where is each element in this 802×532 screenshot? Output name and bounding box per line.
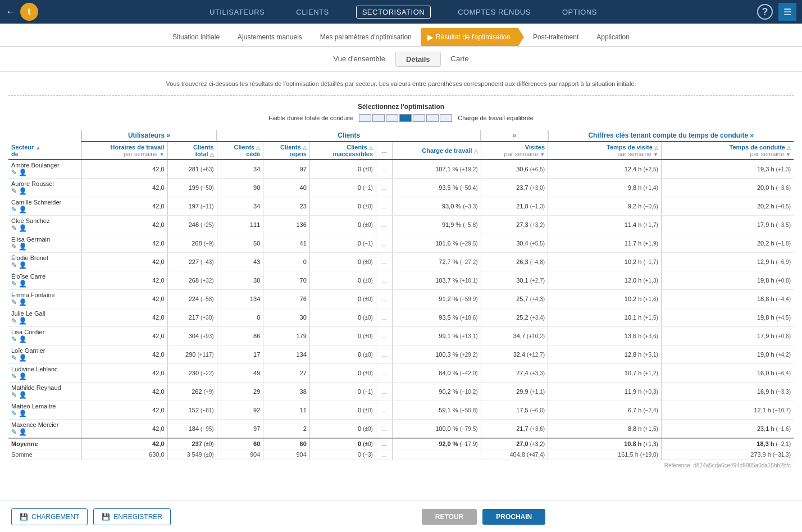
th-tv[interactable]: Temps de visite △par semaine ▼ <box>548 142 662 160</box>
th-clients-cede[interactable]: Clients △cédé <box>217 142 263 160</box>
th-charge[interactable]: Charge de travail △ <box>392 142 481 160</box>
edit-icon[interactable]: ✎ <box>11 243 17 251</box>
row-name: Matteo Lemaitre ✎ 👤 <box>8 401 81 420</box>
th-clients-inacc[interactable]: Clients △inaccessibles <box>309 142 376 160</box>
nav-clients[interactable]: CLIENTS <box>291 6 333 19</box>
edit-icon[interactable]: ✎ <box>11 335 17 343</box>
th-clients-total[interactable]: Clientstotal △ <box>167 142 217 160</box>
cell-dots[interactable]: ... <box>376 271 392 290</box>
th-clients-repris[interactable]: Clients △repris <box>263 142 310 160</box>
nav-utilisateurs[interactable]: UTILISATEURS <box>205 6 269 19</box>
th-tc[interactable]: Temps de conduite △par semaine ▼ <box>661 142 794 160</box>
cell-visites: 30,4 (+5,5) <box>481 234 548 253</box>
cell-dots[interactable]: ... <box>376 345 392 364</box>
avg-tv: 10,8 h (+1,3) <box>548 438 662 449</box>
tab-resultat[interactable]: ▶ Résultat de l'optimisation <box>421 28 524 46</box>
cell-charge: 91,9 % (−5,8) <box>392 216 481 234</box>
map-icon[interactable]: 👤 <box>19 428 27 436</box>
back-button[interactable]: ← <box>6 6 16 18</box>
col-group-expand[interactable]: » <box>481 130 548 142</box>
subtab-details[interactable]: Détails <box>395 52 441 67</box>
cell-dots[interactable]: ... <box>376 308 392 327</box>
map-icon[interactable]: 👤 <box>19 410 27 417</box>
tab-application[interactable]: Application <box>587 29 639 46</box>
edit-icon[interactable]: ✎ <box>11 354 17 362</box>
cell-tv: 10,2 h (+1,6) <box>548 290 662 308</box>
cell-dots[interactable]: ... <box>376 234 392 253</box>
map-icon[interactable]: 👤 <box>19 372 27 380</box>
cell-inacc: 0 (±0) <box>309 308 376 327</box>
map-icon[interactable]: 👤 <box>19 243 27 251</box>
cell-tv: 12,0 h (+1,3) <box>548 271 662 290</box>
map-icon[interactable]: 👤 <box>19 187 27 195</box>
map-icon[interactable]: 👤 <box>19 298 27 306</box>
cell-dots[interactable]: ... <box>376 197 392 216</box>
table-row: Éloïse Carre ✎ 👤 42,0 268 (+32) 38 70 0 … <box>8 271 794 290</box>
subtab-vue-ensemble[interactable]: Vue d'ensemble <box>323 52 395 67</box>
cell-charge: 93,5 % (+18,6) <box>392 308 481 327</box>
help-button[interactable]: ? <box>757 4 773 20</box>
cell-tv: 12,4 h (+2,5) <box>548 160 662 179</box>
cell-charge: 107,1 % (+19,2) <box>392 160 481 179</box>
sum-charge <box>392 449 481 460</box>
map-icon[interactable]: 👤 <box>19 224 27 232</box>
subtab-carte[interactable]: Carte <box>441 52 479 67</box>
slider-cell-5[interactable] <box>413 114 425 122</box>
slider-cell-1[interactable] <box>359 114 371 122</box>
map-icon[interactable]: 👤 <box>19 261 27 269</box>
menu-button[interactable]: ☰ <box>778 3 796 21</box>
map-icon[interactable]: 👤 <box>19 206 27 213</box>
edit-icon[interactable]: ✎ <box>11 187 17 195</box>
edit-icon[interactable]: ✎ <box>11 169 17 176</box>
slider-cell-7[interactable] <box>440 114 452 122</box>
th-horaires[interactable]: Horaires de travailpar semaine ▼ <box>81 142 167 160</box>
edit-icon[interactable]: ✎ <box>11 372 17 380</box>
nav-comptes-rendus[interactable]: COMPTES RENDUS <box>453 6 535 19</box>
cell-dots[interactable]: ... <box>376 216 392 234</box>
tab-ajustements[interactable]: Ajustements manuels <box>229 29 311 46</box>
cell-dots[interactable]: ... <box>376 364 392 383</box>
slider-track[interactable] <box>359 114 452 122</box>
cell-dots[interactable]: ... <box>376 420 392 439</box>
tab-parametres[interactable]: Mes paramètres d'optimisation <box>311 29 421 46</box>
edit-icon[interactable]: ✎ <box>11 428 17 436</box>
cell-inacc: 0 (±0) <box>309 271 376 290</box>
cell-dots[interactable]: ... <box>376 383 392 401</box>
slider-cell-4[interactable] <box>399 114 412 122</box>
col-group-utilisateurs[interactable]: Utilisateurs » <box>81 130 217 142</box>
cell-visites: 25,7 (+4,3) <box>481 290 548 308</box>
nav-options[interactable]: OPTIONS <box>558 6 602 19</box>
map-icon[interactable]: 👤 <box>19 335 27 343</box>
edit-icon[interactable]: ✎ <box>11 280 17 288</box>
edit-icon[interactable]: ✎ <box>11 206 17 213</box>
step-tabs: Situation initiale Ajustements manuels M… <box>0 24 802 47</box>
cell-dots[interactable]: ... <box>376 401 392 420</box>
tab-post-traitement[interactable]: Post-traitement <box>524 29 587 46</box>
slider-cell-3[interactable] <box>386 114 398 122</box>
map-icon[interactable]: 👤 <box>19 391 27 399</box>
cell-dots[interactable]: ... <box>376 160 392 179</box>
cell-dots[interactable]: ... <box>376 179 392 197</box>
tab-situation-initiale[interactable]: Situation initiale <box>163 29 229 46</box>
cell-tc: 20,2 h (−1,8) <box>661 234 794 253</box>
edit-icon[interactable]: ✎ <box>11 391 17 399</box>
map-icon[interactable]: 👤 <box>19 169 27 176</box>
map-icon[interactable]: 👤 <box>19 280 27 288</box>
cell-repris: 30 <box>263 308 310 327</box>
slider-cell-2[interactable] <box>372 114 385 122</box>
edit-icon[interactable]: ✎ <box>11 224 17 232</box>
edit-icon[interactable]: ✎ <box>11 317 17 325</box>
slider-cell-6[interactable] <box>426 114 439 122</box>
edit-icon[interactable]: ✎ <box>11 410 17 417</box>
th-visites[interactable]: Visitespar semaine ▼ <box>481 142 548 160</box>
cell-dots[interactable]: ... <box>376 253 392 271</box>
col-group-chiffres[interactable]: Chiffres clés tenant compte du temps de … <box>548 130 794 142</box>
cell-dots[interactable]: ... <box>376 290 392 308</box>
cell-repris: 2 <box>263 420 310 439</box>
map-icon[interactable]: 👤 <box>19 354 27 362</box>
cell-dots[interactable]: ... <box>376 327 392 345</box>
edit-icon[interactable]: ✎ <box>11 261 17 269</box>
edit-icon[interactable]: ✎ <box>11 298 17 306</box>
map-icon[interactable]: 👤 <box>19 317 27 325</box>
nav-sectorisation[interactable]: SECTORISATION <box>356 6 431 19</box>
